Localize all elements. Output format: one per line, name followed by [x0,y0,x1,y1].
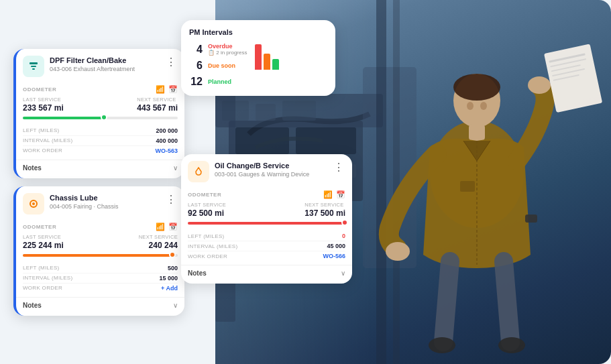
card2-service-row: LAST SERVICE 225 244 mi NEXT SERVICE 240… [23,234,178,250]
svg-point-20 [528,76,551,94]
pm-bar-overdue [255,44,262,70]
card1-icon [23,56,44,77]
calendar-icon: 📅 [168,85,178,94]
card2-info-rows: LEFT (MILES) 500 INTERVAL (MILES) 15 000… [16,262,184,296]
card1-icons: 📶 📅 [156,85,178,94]
card1-next-service: NEXT SERVICE 443 567 mi [137,97,178,113]
svg-rect-32 [30,62,38,64]
card2-menu-button[interactable]: ⋮ [164,193,178,206]
card2-progress-fill [23,254,173,257]
oil-wifi-icon: 📶 [323,190,333,199]
svg-rect-11 [376,0,386,364]
oil-interval-value: 45 000 [327,243,345,249]
oil-card-menu-button[interactable]: ⋮ [332,161,345,174]
card2-notes-label: Notes [23,302,42,309]
card2-wo-value[interactable]: + Add [161,285,178,292]
svg-point-17 [480,102,487,110]
card2-last-value: 225 244 mi [23,241,64,250]
pm-intervals-card: PM Intervals 4 Overdue 📋 2 in progress 6… [181,20,335,96]
card1-title: DPF Filter Clean/Bake [50,56,159,65]
oil-left-row: LEFT (MILES) 0 [188,231,345,241]
svg-rect-30 [460,181,475,192]
svg-rect-34 [32,68,35,70]
card1-service-row: LAST SERVICE 233 567 mi NEXT SERVICE 443… [23,97,178,113]
card2-odometer-section: ODOMETER 📶 📅 LAST SERVICE 225 244 mi NEX… [16,219,184,262]
oil-progress-dot [341,219,348,226]
filter-icon [28,61,39,72]
card2-title: Chassis Lube [50,193,159,202]
oil-next-value: 137 500 mi [304,208,345,218]
oil-card-odometer-label: ODOMETER 📶 📅 [188,190,345,199]
card1-notes-label: Notes [23,164,42,172]
oil-wo-value[interactable]: WO-566 [323,253,345,259]
oil-icon [193,166,204,177]
card1-subtitle: 043-006 Exhaust Aftertreatment [50,66,159,72]
pm-bar-planned [272,59,279,70]
card1-odometer-section: ODOMETER 📶 📅 LAST SERVICE 233 567 mi NEX… [16,81,184,125]
pm-planned-number: 12 [189,76,203,88]
pm-duesoon-row: 6 Due soon [189,60,247,72]
svg-point-27 [429,337,455,353]
card1-wo-row: WORK ORDER WO-563 [23,146,178,156]
pm-rows: 4 Overdue 📋 2 in progress 6 Due soon 12 [189,43,247,88]
card2-progress-bar [23,254,178,257]
pm-duesoon-info: Due soon [208,62,235,69]
oil-calendar-icon: 📅 [336,190,346,199]
wifi-icon: 📶 [156,85,166,94]
card2-next-value: 240 244 [139,241,178,250]
svg-rect-12 [393,0,400,364]
card1-menu-button[interactable]: ⋮ [164,56,178,68]
svg-rect-8 [282,101,316,121]
card1-progress-bar [23,117,178,119]
card2-left-value: 500 [168,265,178,271]
card2-left-row: LEFT (MILES) 500 [23,263,178,274]
svg-point-19 [386,242,410,261]
pm-overdue-label: Overdue [208,43,247,50]
card2-chevron-icon: ∨ [173,302,178,309]
svg-point-28 [498,337,525,353]
oil-card-service-row: LAST SERVICE 92 500 mi NEXT SERVICE 137 … [188,202,345,218]
card1-notes-row[interactable]: Notes ∨ [16,160,184,176]
oil-last-value: 92 500 mi [188,208,226,218]
card2-calendar-icon: 📅 [168,223,178,231]
card1-interval-value: 400 000 [156,137,178,144]
svg-point-16 [467,102,474,110]
card1-chevron-icon: ∨ [173,164,178,172]
oil-info-rows: LEFT (MILES) 0 INTERVAL (MILES) 45 000 W… [181,230,352,263]
card2-odometer-label: ODOMETER 📶 📅 [23,223,178,231]
pm-planned-info: Planned [208,78,231,85]
card2-next-service: NEXT SERVICE 240 244 [139,234,178,250]
pm-duesoon-number: 6 [189,60,203,72]
oil-card-header: Oil Change/B Service 003-001 Gauges & Wa… [181,154,352,186]
card2-progress-dot [169,251,176,258]
pm-overdue-info: Overdue 📋 2 in progress [208,43,247,56]
oil-progress-bar [188,222,345,225]
svg-rect-18 [469,124,485,141]
lube-icon [28,198,39,209]
card2-interval-row: INTERVAL (MILES) 15 000 [23,274,178,284]
card1-odometer-label: ODOMETER 📶 📅 [23,85,178,94]
card1-left-value: 200 000 [156,127,178,134]
oil-chevron-icon: ∨ [341,269,345,277]
chassis-lube-card: Chassis Lube 004-005 Fairing · Chassis ⋮… [13,186,184,316]
pm-planned-label: Planned [208,78,231,85]
oil-notes-row[interactable]: Notes ∨ [181,265,352,281]
card2-subtitle: 004-005 Fairing · Chassis [50,203,159,210]
card1-left-row: LEFT (MILES) 200 000 [23,126,178,136]
card2-header: Chassis Lube 004-005 Fairing · Chassis ⋮ [16,186,184,219]
pm-duesoon-label: Due soon [208,62,235,69]
oil-card-title: Oil Change/B Service [215,161,327,170]
pm-bar-duesoon [264,54,270,70]
card1-progress-fill [23,117,105,119]
card2-notes-row[interactable]: Notes ∨ [16,297,184,313]
svg-rect-33 [31,66,36,67]
card1-header: DPF Filter Clean/Bake 043-006 Exhaust Af… [16,49,184,81]
oil-notes-label: Notes [188,269,207,277]
card1-info-rows: LEFT (MILES) 200 000 INTERVAL (MILES) 40… [16,125,184,158]
card1-wo-value[interactable]: WO-563 [155,147,178,154]
card2-last-service: LAST SERVICE 225 244 mi [23,234,64,250]
oil-card-odometer-section: ODOMETER 📶 📅 LAST SERVICE 92 500 mi NEXT… [181,186,352,230]
cards-column: DPF Filter Clean/Bake 043-006 Exhaust Af… [13,49,184,316]
svg-rect-2 [296,127,356,154]
pm-bar-chart [255,43,279,70]
